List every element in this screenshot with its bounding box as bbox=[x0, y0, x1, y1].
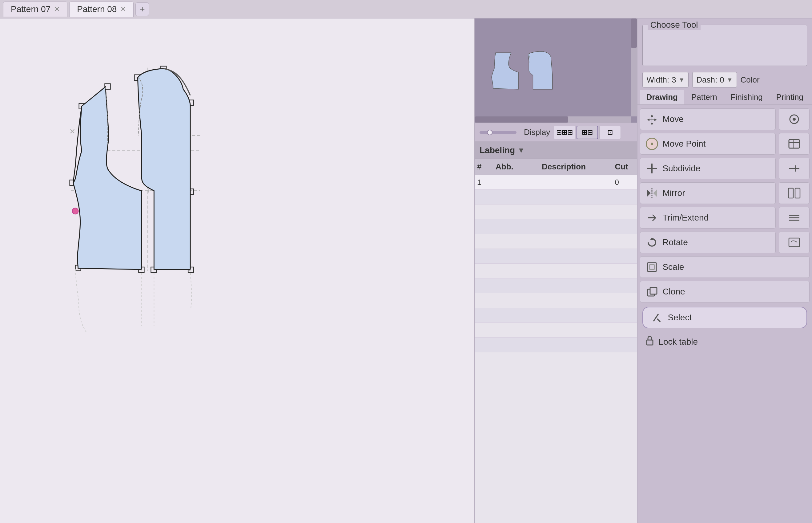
clone-icon bbox=[645, 285, 659, 299]
trim-extend-icon bbox=[645, 211, 659, 224]
scale-icon bbox=[645, 260, 659, 274]
rotate-tool-button[interactable]: Rotate bbox=[640, 232, 776, 253]
rotate-right-btn[interactable] bbox=[779, 232, 810, 253]
mirror-tool-button[interactable]: Mirror bbox=[640, 182, 776, 204]
canvas-area[interactable]: ✕ + + + bbox=[0, 18, 474, 523]
svg-marker-34 bbox=[647, 190, 651, 197]
width-select[interactable]: Width: 3 ▼ bbox=[642, 72, 688, 88]
svg-point-25 bbox=[651, 143, 653, 145]
trim-extend-right-btn[interactable] bbox=[779, 207, 810, 229]
rotate-row: Rotate bbox=[640, 232, 810, 253]
lock-icon bbox=[645, 335, 655, 348]
preview-scroll-thumb-h[interactable] bbox=[475, 116, 568, 123]
table-row-empty-8 bbox=[475, 293, 637, 308]
preview-scrollbar-horizontal[interactable] bbox=[475, 116, 631, 123]
display-btn-3[interactable]: ⊡ bbox=[599, 126, 621, 139]
dash-arrow-icon: ▼ bbox=[727, 76, 733, 84]
display-btn-1[interactable]: ⊞⊞⊞ bbox=[554, 126, 575, 139]
subdivide-tool-button[interactable]: Subdivide bbox=[640, 158, 776, 179]
move-right-btn[interactable] bbox=[779, 108, 810, 130]
mirror-row: Mirror bbox=[640, 182, 810, 204]
move-label: Move bbox=[662, 114, 683, 124]
move-point-row: Move Point bbox=[640, 133, 810, 155]
subdivide-right-btn[interactable] bbox=[779, 158, 810, 179]
width-label: Width: bbox=[646, 75, 669, 85]
subdivide-label: Subdivide bbox=[662, 164, 700, 174]
tab-bar: Pattern 07 ✕ Pattern 08 ✕ + bbox=[0, 0, 812, 18]
preview-scrollbar-vertical[interactable] bbox=[631, 18, 637, 116]
tab-drawing[interactable]: Drawing bbox=[640, 90, 684, 104]
choose-tool-label: Choose Tool bbox=[648, 20, 700, 30]
display-label: Display bbox=[524, 127, 550, 137]
clone-tool-button[interactable]: Clone bbox=[640, 281, 810, 303]
tab-pattern08[interactable]: Pattern 08 ✕ bbox=[69, 2, 134, 17]
svg-rect-0 bbox=[0, 18, 474, 523]
table-row-empty-10 bbox=[475, 323, 637, 338]
tab-pattern07[interactable]: Pattern 07 ✕ bbox=[3, 2, 68, 17]
table-col-cut: Cut bbox=[612, 162, 637, 172]
select-label: Select bbox=[668, 313, 692, 323]
preview-scroll-thumb-v[interactable] bbox=[631, 18, 637, 48]
table-row-empty-6 bbox=[475, 264, 637, 278]
zoom-slider[interactable] bbox=[479, 131, 516, 134]
svg-rect-36 bbox=[788, 188, 793, 198]
table-row-empty-5 bbox=[475, 249, 637, 264]
display-btn-2[interactable]: ⊞⊟ bbox=[577, 126, 598, 139]
select-tool-button[interactable]: Select bbox=[642, 307, 807, 328]
scale-tool-button[interactable]: Scale bbox=[640, 256, 810, 278]
move-tool-button[interactable]: Move bbox=[640, 108, 776, 130]
svg-rect-46 bbox=[648, 263, 656, 271]
labeling-title: Labeling bbox=[479, 145, 515, 155]
choose-tool-content bbox=[648, 29, 802, 59]
dash-value: 0 bbox=[720, 75, 724, 85]
width-arrow-icon: ▼ bbox=[679, 76, 685, 84]
trim-extend-row: Trim/Extend bbox=[640, 207, 810, 229]
tool-panel: Choose Tool Width: 3 ▼ Dash: 0 ▼ Color D… bbox=[637, 18, 812, 523]
table-col-abb: Abb. bbox=[493, 162, 539, 172]
trim-extend-label: Trim/Extend bbox=[662, 213, 709, 223]
table-header-row: # Abb. Description Cut bbox=[475, 159, 637, 175]
svg-rect-45 bbox=[789, 238, 799, 247]
svg-marker-35 bbox=[653, 190, 657, 197]
tab-pattern07-close[interactable]: ✕ bbox=[54, 5, 60, 13]
svg-rect-26 bbox=[789, 140, 799, 148]
labeling-header: Labeling ▼ bbox=[475, 142, 637, 159]
color-label: Color bbox=[741, 75, 760, 85]
mirror-right-btn[interactable] bbox=[779, 182, 810, 204]
tool-buttons-list: Move bbox=[638, 105, 812, 523]
move-point-tool-button[interactable]: Move Point bbox=[640, 133, 776, 155]
scale-label: Scale bbox=[662, 262, 684, 272]
tab-pattern[interactable]: Pattern bbox=[685, 90, 723, 104]
table-row-empty-2 bbox=[475, 204, 637, 219]
clone-row: Clone bbox=[640, 281, 810, 303]
move-row: Move bbox=[640, 108, 810, 130]
trim-extend-tool-button[interactable]: Trim/Extend bbox=[640, 207, 776, 229]
svg-text:✕: ✕ bbox=[69, 127, 75, 136]
zoom-thumb[interactable] bbox=[487, 130, 492, 135]
tab-pattern08-close[interactable]: ✕ bbox=[120, 5, 126, 13]
zoom-bar: Display ⊞⊞⊞ ⊞⊟ ⊡ bbox=[475, 123, 637, 142]
rotate-label: Rotate bbox=[662, 237, 688, 247]
svg-line-50 bbox=[654, 314, 658, 321]
lock-table-row[interactable]: Lock table bbox=[640, 333, 810, 351]
tab-finishing[interactable]: Finishing bbox=[724, 90, 769, 104]
subdivide-icon bbox=[645, 162, 659, 175]
table-row-empty-1 bbox=[475, 190, 637, 204]
svg-line-51 bbox=[657, 319, 660, 322]
table-row-empty-7 bbox=[475, 278, 637, 293]
move-icon bbox=[645, 112, 659, 126]
move-point-right-btn[interactable] bbox=[779, 133, 810, 155]
preview-area[interactable] bbox=[475, 18, 637, 123]
table-col-desc: Description bbox=[539, 162, 612, 172]
table-row: 1 0 bbox=[475, 175, 637, 190]
svg-rect-49 bbox=[650, 287, 657, 294]
scale-row: Scale bbox=[640, 256, 810, 278]
middle-panel: Display ⊞⊞⊞ ⊞⊟ ⊡ Labeling ▼ # Abb. bbox=[474, 18, 637, 523]
choose-tool-box: Choose Tool bbox=[642, 25, 807, 66]
svg-point-24 bbox=[793, 118, 796, 121]
dash-select[interactable]: Dash: 0 ▼ bbox=[692, 72, 737, 88]
table-row-empty-11 bbox=[475, 338, 637, 353]
tab-printing[interactable]: Printing bbox=[770, 90, 810, 104]
svg-point-21 bbox=[72, 208, 78, 214]
tab-add-button[interactable]: + bbox=[135, 2, 149, 16]
